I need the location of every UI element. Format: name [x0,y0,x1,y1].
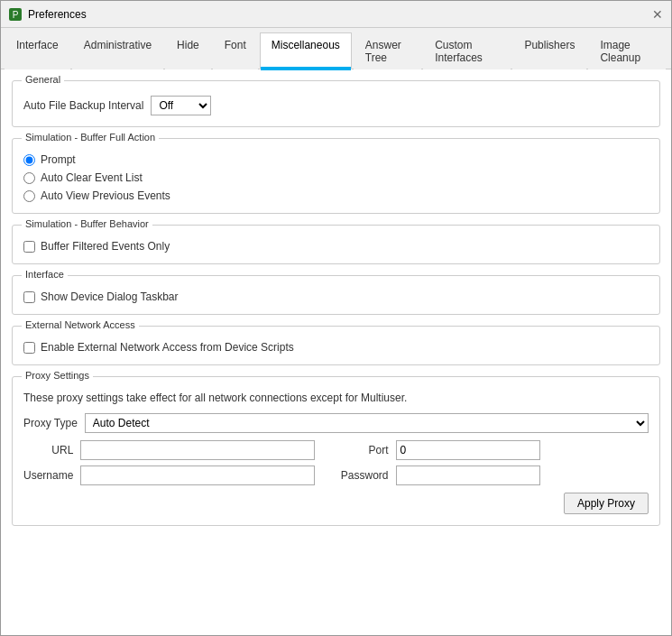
radio-prompt-input[interactable] [23,154,35,166]
general-section-title: General [22,74,64,85]
tab-custom-interfaces[interactable]: Custom Interfaces [423,32,511,69]
close-button[interactable]: ✕ [651,8,664,21]
radio-auto-view-input[interactable] [23,190,35,202]
password-label: Password [341,469,389,482]
port-input[interactable] [396,440,540,460]
radio-auto-clear[interactable]: Auto Clear Event List [23,171,649,184]
app-icon: P [8,7,23,22]
tab-publishers[interactable]: Publishers [512,32,586,69]
buffer-filtered-input[interactable] [23,241,35,253]
radio-auto-view[interactable]: Auto View Previous Events [23,189,649,202]
simulation-buffer-full-section: Simulation - Buffer Full Action Prompt A… [12,138,660,214]
username-label: Username [23,469,73,482]
tab-image-cleanup[interactable]: Image Cleanup [588,32,666,69]
apply-proxy-button[interactable]: Apply Proxy [564,493,649,514]
simulation-buffer-full-title: Simulation - Buffer Full Action [22,132,159,143]
enable-external-network-checkbox[interactable]: Enable External Network Access from Devi… [23,341,649,354]
proxy-type-label: Proxy Type [23,417,78,429]
window-title: Preferences [28,8,651,21]
proxy-note: These proxy settings take effect for all… [23,392,649,404]
simulation-buffer-behavior-title: Simulation - Buffer Behavior [22,218,152,229]
buffer-filtered-checkbox[interactable]: Buffer Filtered Events Only [23,240,649,253]
general-section: General Auto File Backup Interval Off 5 … [12,80,660,127]
show-device-dialog-input[interactable] [23,291,35,303]
tab-font[interactable]: Font [213,32,258,69]
tab-answer-tree[interactable]: Answer Tree [354,32,421,69]
auto-backup-row: Auto File Backup Interval Off 5 min 10 m… [23,96,649,115]
simulation-buffer-behavior-section: Simulation - Buffer Behavior Buffer Filt… [12,225,660,264]
tab-interface[interactable]: Interface [5,32,70,69]
preferences-window: P Preferences ✕ Interface Administrative… [0,0,672,636]
url-input[interactable] [80,440,315,460]
external-network-section: External Network Access Enable External … [12,326,660,365]
proxy-fields: URL Port Username Password [23,440,649,485]
apply-btn-row: Apply Proxy [23,493,649,514]
interface-section: Interface Show Device Dialog Taskbar [12,275,660,315]
titlebar: P Preferences ✕ [1,1,671,28]
radio-prompt[interactable]: Prompt [23,153,649,166]
auto-backup-label: Auto File Backup Interval [23,99,143,112]
proxy-settings-title: Proxy Settings [22,370,93,381]
password-input[interactable] [396,465,540,485]
active-tab-indicator [261,67,351,69]
url-label: URL [23,444,73,456]
svg-text:P: P [13,10,19,20]
proxy-type-row: Proxy Type Auto Detect No Proxy Manual P… [23,413,649,433]
content-area: General Auto File Backup Interval Off 5 … [1,69,671,635]
interface-section-title: Interface [22,269,68,280]
tab-administrative[interactable]: Administrative [72,32,163,69]
tab-bar: Interface Administrative Hide Font Misce… [1,28,671,69]
tab-hide[interactable]: Hide [165,32,211,69]
username-input[interactable] [80,465,315,485]
port-label: Port [341,444,389,456]
proxy-type-select[interactable]: Auto Detect No Proxy Manual PAC Script [85,413,649,433]
show-device-dialog-checkbox[interactable]: Show Device Dialog Taskbar [23,290,649,303]
auto-backup-select[interactable]: Off 5 min 10 min 15 min 30 min [151,96,211,115]
radio-auto-clear-input[interactable] [23,172,35,184]
tab-miscellaneous[interactable]: Miscellaneous [260,32,352,69]
external-network-title: External Network Access [22,319,139,330]
proxy-settings-section: Proxy Settings These proxy settings take… [12,376,660,526]
enable-external-network-input[interactable] [23,342,35,354]
